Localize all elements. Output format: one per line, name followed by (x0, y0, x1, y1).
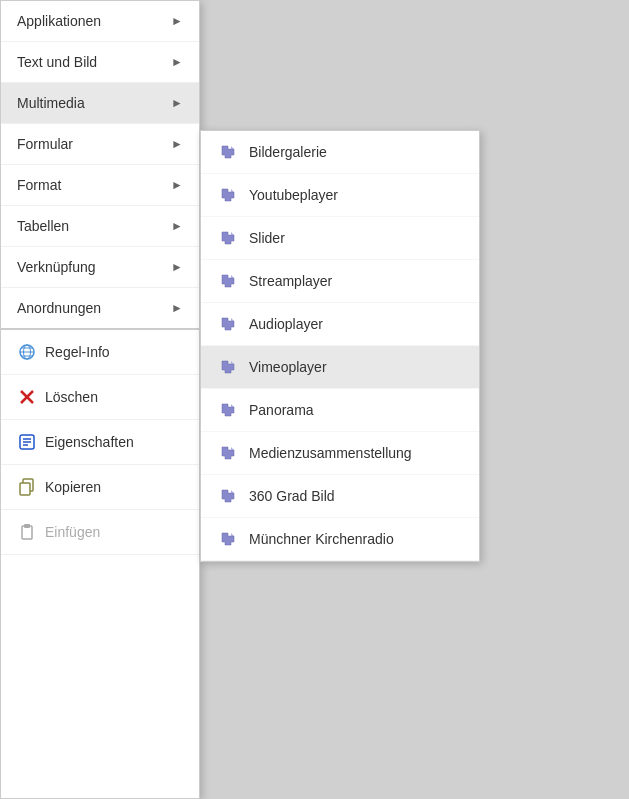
menu-item-tabellen[interactable]: Tabellen ► (1, 206, 199, 247)
globe-icon (17, 342, 37, 362)
plugin-icon (217, 313, 239, 335)
submenu-item-bildergalerie[interactable]: Bildergalerie (201, 131, 479, 174)
svg-rect-14 (24, 524, 30, 528)
menu-item-textundbild[interactable]: Text und Bild ► (1, 42, 199, 83)
plugin-icon (217, 270, 239, 292)
submenu-item-streamplayer[interactable]: Streamplayer (201, 260, 479, 303)
submenu-arrow-icon: ► (171, 219, 183, 233)
copy-icon (17, 477, 37, 497)
plugin-icon (217, 399, 239, 421)
menu-item-einfuegen: Einfügen (1, 510, 199, 555)
submenu-arrow-icon: ► (171, 301, 183, 315)
submenu-arrow-icon: ► (171, 55, 183, 69)
primary-menu: Applikationen ► Text und Bild ► Multimed… (0, 0, 200, 799)
submenu-arrow-icon: ► (171, 260, 183, 274)
plugin-icon (217, 442, 239, 464)
paste-icon (17, 522, 37, 542)
submenu-item-youtubeplayer[interactable]: Youtubeplayer (201, 174, 479, 217)
submenu-multimedia: Bildergalerie Youtubeplayer Slider (200, 130, 480, 562)
plugin-icon (217, 141, 239, 163)
submenu-item-slider[interactable]: Slider (201, 217, 479, 260)
plugin-icon (217, 356, 239, 378)
submenu-item-audioplayer[interactable]: Audioplayer (201, 303, 479, 346)
properties-icon (17, 432, 37, 452)
menu-container: Applikationen ► Text und Bild ► Multimed… (0, 0, 200, 799)
menu-item-anordnungen[interactable]: Anordnungen ► (1, 288, 199, 330)
submenu-arrow-icon: ► (171, 14, 183, 28)
submenu-item-vimeoplayer[interactable]: Vimeoplayer (201, 346, 479, 389)
plugin-icon (217, 227, 239, 249)
menu-item-formular[interactable]: Formular ► (1, 124, 199, 165)
submenu-arrow-icon: ► (171, 137, 183, 151)
menu-item-verknuepfung[interactable]: Verknüpfung ► (1, 247, 199, 288)
plugin-icon (217, 485, 239, 507)
submenu-arrow-icon: ► (171, 178, 183, 192)
submenu-item-medienzusammenstellung[interactable]: Medienzusammenstellung (201, 432, 479, 475)
menu-item-multimedia[interactable]: Multimedia ► (1, 83, 199, 124)
menu-item-loeschen[interactable]: Löschen (1, 375, 199, 420)
menu-item-eigenschaften[interactable]: Eigenschaften (1, 420, 199, 465)
plugin-icon (217, 184, 239, 206)
delete-icon (17, 387, 37, 407)
menu-item-format[interactable]: Format ► (1, 165, 199, 206)
submenu-item-360gradbild[interactable]: 360 Grad Bild (201, 475, 479, 518)
menu-item-regelinfo[interactable]: Regel-Info (1, 330, 199, 375)
submenu-arrow-icon: ► (171, 96, 183, 110)
menu-item-kopieren[interactable]: Kopieren (1, 465, 199, 510)
svg-rect-12 (20, 483, 30, 495)
menu-item-applikationen[interactable]: Applikationen ► (1, 1, 199, 42)
submenu-item-panorama[interactable]: Panorama (201, 389, 479, 432)
submenu-item-muenchnerkirchenradio[interactable]: Münchner Kirchenradio (201, 518, 479, 561)
plugin-icon (217, 528, 239, 550)
